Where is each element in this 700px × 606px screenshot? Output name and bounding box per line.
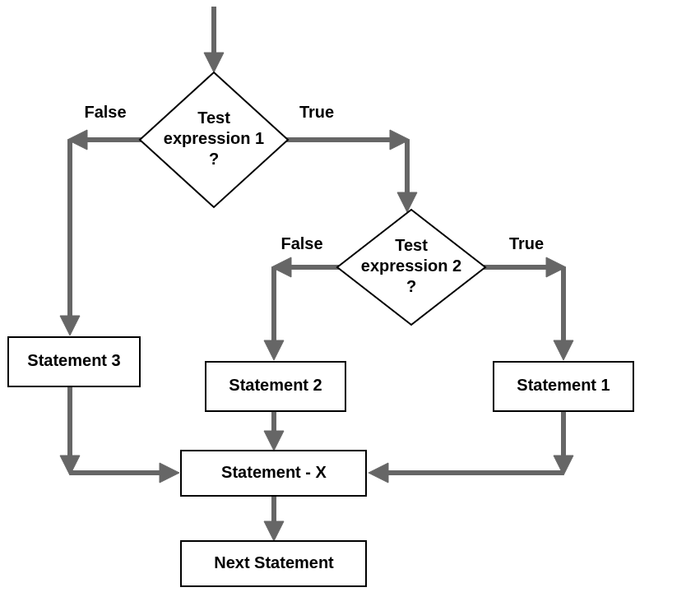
arrow-entry [204, 7, 224, 72]
arrow-stmt2-down [264, 411, 284, 451]
label-d1-true: True [299, 103, 334, 121]
next-statement-label: Next Statement [214, 553, 334, 571]
decision-2-line1: Test [395, 236, 428, 254]
statement-x-box: Statement - X [181, 451, 366, 496]
decision-1-line2: expression 1 [164, 129, 264, 147]
arrow-stmt1-down [554, 411, 573, 475]
statement-x-label: Statement - X [221, 463, 327, 481]
arrow-d2-true-horizontal [481, 257, 566, 277]
statement-1-label: Statement 1 [517, 376, 610, 394]
svg-marker-21 [160, 463, 179, 483]
arrow-d2-true-vertical [554, 267, 573, 360]
statement-2-box: Statement 2 [206, 362, 345, 411]
svg-marker-27 [369, 463, 388, 483]
decision-1: Test expression 1 ? [140, 72, 288, 207]
decision-1-line1: Test [197, 109, 230, 127]
arrow-d2-false-vertical [264, 267, 284, 360]
next-statement-box: Next Statement [181, 541, 366, 586]
svg-marker-29 [264, 521, 284, 541]
label-d2-false: False [280, 234, 322, 252]
statement-1-box: Statement 1 [494, 362, 633, 411]
svg-marker-9 [397, 192, 417, 212]
statement-2-label: Statement 2 [229, 376, 322, 394]
svg-marker-23 [264, 431, 284, 451]
arrow-d2-false-horizontal [271, 257, 344, 277]
decision-2-line3: ? [406, 277, 416, 295]
arrow-d1-false-vertical [60, 140, 80, 335]
arrow-stmtX-down [264, 495, 284, 541]
arrow-stmt3-right [70, 463, 179, 483]
label-d1-false: False [84, 103, 126, 121]
svg-marker-1 [204, 53, 224, 72]
decision-1-line3: ? [209, 150, 219, 168]
arrow-stmt3-down [60, 386, 80, 475]
arrow-stmt1-left [369, 463, 563, 483]
svg-marker-5 [60, 316, 80, 335]
arrow-d1-true-vertical [397, 140, 417, 212]
flowchart-canvas: False True False True Test expression 1 … [0, 0, 700, 606]
statement-3-label: Statement 3 [27, 351, 120, 369]
decision-2: Test expression 2 ? [337, 210, 485, 325]
arrow-d1-true-horizontal [284, 130, 410, 150]
arrow-d1-false-horizontal [67, 130, 144, 150]
statement-3-box: Statement 3 [8, 337, 140, 386]
svg-marker-17 [554, 340, 573, 360]
svg-marker-13 [264, 340, 284, 360]
label-d2-true: True [509, 234, 544, 252]
decision-2-line2: expression 2 [361, 257, 461, 275]
